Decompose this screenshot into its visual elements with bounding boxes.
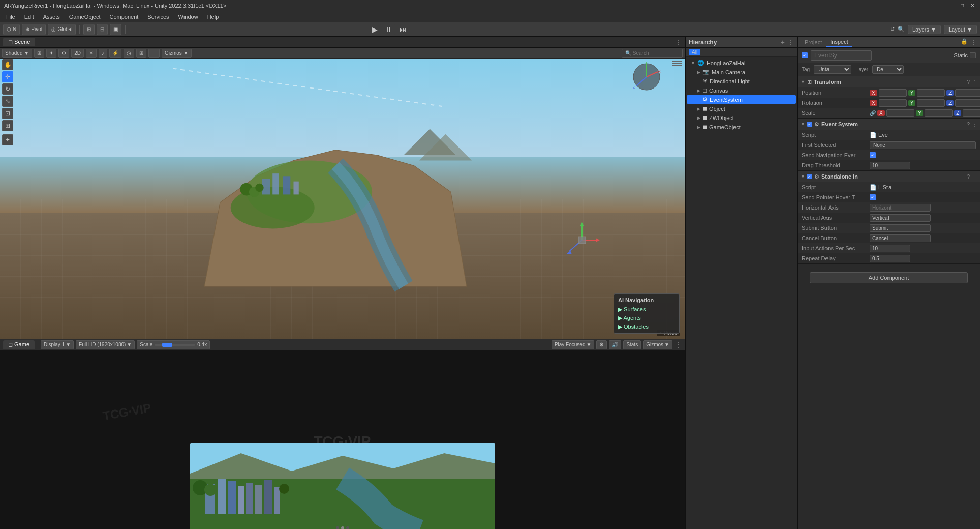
game-settings-button[interactable]: ⚙ — [596, 340, 607, 349]
transform-lock-button[interactable]: ⋮ — [972, 79, 977, 85]
scene-fx-button[interactable]: ✦ — [46, 49, 56, 58]
menu-file[interactable]: File — [2, 13, 19, 21]
game-view-options[interactable]: ⋮ — [675, 341, 682, 349]
global-button[interactable]: ◎ Global — [48, 24, 76, 35]
send-pointer-checkbox[interactable]: ✓ — [870, 194, 876, 200]
repeat-delay-input[interactable] — [870, 255, 910, 262]
custom-tool[interactable]: ✦ — [2, 134, 13, 145]
menu-component[interactable]: Component — [105, 13, 142, 21]
hierarchy-zwobject[interactable]: ▶ ◼ ZWObject — [687, 113, 796, 122]
position-x-input[interactable] — [879, 89, 907, 97]
standalone-info-btn[interactable]: ? — [967, 174, 970, 180]
snap2-button[interactable]: ▣ — [110, 24, 121, 35]
tag-dropdown[interactable]: Unta Untagged — [814, 65, 851, 74]
drag-threshold-input[interactable] — [870, 162, 910, 169]
scale-z-input[interactable] — [963, 109, 980, 117]
tab-inspect[interactable]: Inspect — [826, 38, 852, 47]
pause-button[interactable]: ⏸ — [383, 24, 395, 35]
menu-services[interactable]: Services — [143, 13, 173, 21]
layer-dropdown[interactable]: De Default — [872, 65, 904, 74]
inspector-lock-button[interactable]: 🔒 — [961, 38, 968, 46]
tab-project[interactable]: Project — [801, 38, 826, 46]
eventsystem-options-btn[interactable]: ⋮ — [972, 122, 977, 127]
2d-button[interactable]: 2D — [71, 49, 84, 58]
rotation-y-input[interactable] — [917, 99, 945, 107]
undo-button[interactable]: ↺ — [890, 26, 895, 33]
object-name-input[interactable] — [811, 50, 872, 61]
standalone-header[interactable]: ▼ ✓ ⚙ Standalone In ? ⋮ — [798, 171, 980, 182]
static-checkbox[interactable] — [970, 52, 976, 58]
snap-button[interactable]: ⊟ — [97, 24, 108, 35]
scale-x-input[interactable] — [886, 109, 914, 117]
scale-lock-icon[interactable]: 🔗 — [870, 110, 876, 116]
scene-tools-button[interactable]: ⚙ — [58, 49, 69, 58]
ai-nav-surfaces[interactable]: ▶ Surfaces — [614, 305, 679, 314]
play-button[interactable]: ▶ — [369, 24, 381, 35]
rotate-tool[interactable]: ↻ — [2, 83, 13, 95]
hierarchy-eventsystem[interactable]: ▶ ⚙ EventSystem — [687, 95, 796, 104]
hierarchy-root[interactable]: ▼ 🌐 HongLaoZaiHai — [687, 58, 796, 67]
scene-gizmos-button[interactable]: Gizmos ▼ — [162, 49, 192, 58]
event-system-header[interactable]: ▼ ✓ ⚙ Event System ? ⋮ — [798, 119, 980, 130]
inspector-options-button[interactable]: ⋮ — [970, 38, 977, 46]
game-display-dropdown[interactable]: Display 1 ▼ — [41, 340, 74, 349]
hierarchy-object[interactable]: ▶ ◼ Object — [687, 104, 796, 113]
scale-thumb[interactable] — [162, 343, 172, 347]
eventsystem-info-btn[interactable]: ? — [967, 122, 970, 127]
scale-slider[interactable] — [155, 344, 195, 346]
scene-hidden-button[interactable]: ◷ — [124, 49, 134, 58]
hierarchy-canvas[interactable]: ▶ ◻ Canvas — [687, 86, 796, 95]
close-button[interactable]: ✕ — [969, 2, 976, 9]
play-focused-button[interactable]: Play Focused ▼ — [552, 340, 595, 349]
scene-grid-button[interactable]: ⊞ — [136, 49, 146, 58]
render-mode-button[interactable]: ⊞ — [34, 49, 44, 58]
standalone-options-btn[interactable]: ⋮ — [972, 174, 977, 180]
menu-assets[interactable]: Assets — [39, 13, 64, 21]
scale-tool[interactable]: ⤡ — [2, 96, 13, 107]
scene-lighting-button[interactable]: ☀ — [86, 49, 97, 58]
new-scene-button[interactable]: ⬡ N — [3, 24, 20, 35]
scene-search-input[interactable] — [622, 49, 683, 58]
hierarchy-options-button[interactable]: ⋮ — [787, 38, 794, 46]
scene-fx-btn2[interactable]: ⚡ — [109, 49, 121, 58]
position-y-input[interactable] — [917, 89, 945, 97]
hierarchy-directional-light[interactable]: ▶ ☀ Directional Light — [687, 77, 796, 85]
add-component-button[interactable]: Add Component — [810, 272, 968, 283]
game-resolution-dropdown[interactable]: Full HD (1920x1080) ▼ — [76, 340, 135, 349]
rotation-x-input[interactable] — [879, 99, 907, 107]
maximize-button[interactable]: □ — [959, 2, 966, 9]
input-actions-input[interactable] — [870, 245, 910, 252]
menu-edit[interactable]: Edit — [20, 13, 38, 21]
game-stats-button[interactable]: Stats — [623, 340, 641, 349]
rect-tool[interactable]: ⊡ — [2, 108, 13, 119]
layout-dropdown[interactable]: Layout ▼ — [944, 25, 977, 34]
search-button[interactable]: 🔍 — [898, 26, 905, 33]
object-enabled-checkbox[interactable]: ✓ — [802, 52, 808, 58]
grid-button[interactable]: ⊞ — [83, 24, 95, 35]
menu-gameobject[interactable]: GameObject — [65, 13, 105, 21]
shading-mode-button[interactable]: Shaded ▼ — [2, 49, 32, 58]
hierarchy-gameobject[interactable]: ▶ ◼ GameObject — [687, 123, 796, 131]
move-tool[interactable]: ✛ — [2, 71, 13, 82]
layers-dropdown[interactable]: Layers ▼ — [908, 25, 941, 34]
ai-nav-obstacles[interactable]: ▶ Obstacles — [614, 322, 679, 331]
first-selected-input[interactable]: None — [870, 141, 976, 149]
menu-help[interactable]: Help — [203, 13, 223, 21]
transform-tool[interactable]: ⊞ — [2, 120, 13, 131]
hierarchy-add-button[interactable]: + — [781, 38, 785, 46]
menu-window[interactable]: Window — [174, 13, 202, 21]
horizontal-axis-input[interactable] — [870, 204, 931, 212]
game-audio-button[interactable]: 🔊 — [609, 340, 621, 349]
transform-header[interactable]: ▼ ⊞ Transform ? ⋮ — [798, 76, 980, 87]
hand-tool[interactable]: ✋ — [2, 59, 13, 70]
eventsystem-enabled-checkbox[interactable]: ✓ — [807, 122, 812, 127]
scale-y-input[interactable] — [925, 109, 953, 117]
transform-info-button[interactable]: ? — [967, 79, 970, 85]
ai-nav-agents[interactable]: ▶ Agents — [614, 314, 679, 322]
step-button[interactable]: ⏭ — [397, 24, 409, 35]
game-gizmos-button[interactable]: Gizmos ▼ — [643, 340, 672, 349]
rotation-z-input[interactable] — [955, 99, 980, 107]
game-tab[interactable]: ◻ Game — [3, 340, 35, 349]
scene-audio-button[interactable]: ♪ — [99, 49, 107, 58]
scene-view-options[interactable]: ⋮ — [675, 38, 682, 46]
